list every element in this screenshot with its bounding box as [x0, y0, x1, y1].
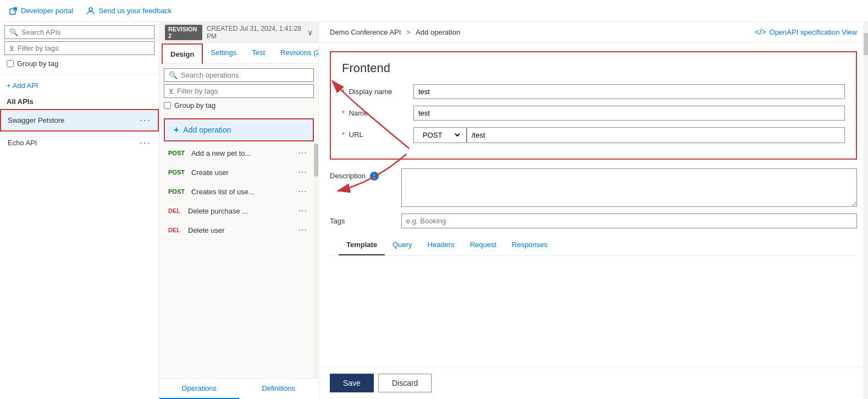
op-name: Create user	[191, 168, 298, 177]
all-apis-title: All APIs	[0, 94, 159, 109]
method-badge-del: DEL	[166, 226, 184, 234]
ops-search-area: 🔍 ⊻ Group by tag	[159, 64, 318, 116]
name-input[interactable]	[413, 106, 845, 121]
tab-settings[interactable]: Settings	[203, 43, 244, 63]
openapi-icon: </>	[755, 28, 766, 36]
user-feedback-icon	[86, 7, 95, 15]
method-badge-post: POST	[166, 168, 187, 176]
ops-list-scroll: POST Add a new pet to... ··· POST Create…	[159, 144, 318, 378]
search-apis-input[interactable]	[21, 28, 150, 36]
sidebar-divider	[0, 74, 159, 75]
url-method-dropdown[interactable]: POST GET PUT DELETE PATCH	[418, 130, 462, 140]
ops-filter-icon: ⊻	[169, 88, 174, 95]
developer-portal-link[interactable]: Developer portal	[9, 7, 73, 15]
feedback-label: Send us your feedback	[98, 7, 172, 15]
openapi-link[interactable]: </> OpenAPI specification View	[755, 28, 857, 36]
discard-button[interactable]: Discard	[378, 374, 432, 392]
sub-tabs: Template Query Headers Request Responses	[330, 235, 857, 256]
description-row: Description i	[330, 168, 857, 207]
url-path-input[interactable]	[467, 127, 845, 143]
sub-tab-responses[interactable]: Responses	[504, 235, 555, 255]
required-star: *	[342, 130, 345, 139]
breadcrumb-part2: Add operation	[416, 28, 460, 36]
add-operation-button[interactable]: + Add operation	[164, 118, 314, 141]
api-item-menu-dots[interactable]: ···	[140, 137, 151, 149]
ops-group-by-tag-row: Group by tag	[164, 100, 314, 112]
sub-tab-request[interactable]: Request	[462, 235, 504, 255]
add-operation-plus-icon: +	[174, 125, 179, 135]
breadcrumb-bar: Demo Conference API > Add operation </> …	[319, 22, 868, 42]
op-name: Creates list of use...	[191, 188, 298, 196]
required-star: *	[342, 109, 345, 117]
op-menu-dots[interactable]: ···	[298, 148, 307, 158]
tab-design[interactable]: Design	[162, 43, 203, 64]
tab-test[interactable]: Test	[244, 43, 273, 63]
ops-group-by-tag-label: Group by tag	[174, 101, 215, 110]
ops-search-box[interactable]: 🔍	[164, 68, 314, 82]
group-by-tag-label: Group by tag	[17, 59, 58, 68]
filter-tags-input[interactable]	[18, 44, 150, 52]
center-bottom-tabs: Operations Definitions	[159, 378, 318, 399]
description-info-icon[interactable]: i	[370, 172, 379, 181]
main-layout: 🔍 ⊻ Group by tag + Add API All APIs Swag…	[0, 22, 868, 399]
group-by-tag-checkbox[interactable]	[7, 60, 14, 67]
method-badge-del: DEL	[166, 207, 184, 215]
save-button[interactable]: Save	[330, 374, 374, 392]
display-name-row: * Display name	[342, 84, 845, 99]
method-badge-post: POST	[166, 188, 187, 195]
center-bottom-tab-definitions[interactable]: Definitions	[239, 379, 319, 399]
operation-item-create-user[interactable]: POST Create user ···	[159, 163, 314, 182]
scrollbar-track	[314, 144, 318, 378]
name-row: * Name	[342, 106, 845, 121]
operation-list: POST Add a new pet to... ··· POST Create…	[159, 144, 314, 378]
url-row: * URL POST GET PUT DELETE PATCH	[342, 127, 845, 143]
ops-search-input[interactable]	[181, 71, 309, 79]
developer-portal-label: Developer portal	[21, 7, 73, 15]
op-menu-dots[interactable]: ···	[298, 187, 307, 196]
description-textarea[interactable]	[401, 168, 857, 207]
sidebar: 🔍 ⊻ Group by tag + Add API All APIs Swag…	[0, 22, 159, 399]
revision-badge: REVISION 2	[165, 25, 202, 40]
sidebar-search-box[interactable]: 🔍	[4, 25, 154, 39]
top-bar: Developer portal Send us your feedback	[0, 0, 868, 22]
operation-item-creates-list[interactable]: POST Creates list of use... ···	[159, 182, 314, 201]
ops-search-icon: 🔍	[169, 71, 178, 79]
api-item-name: Swagger Petstore	[8, 116, 64, 124]
tags-row: Tags	[330, 214, 857, 228]
url-method-select-box[interactable]: POST GET PUT DELETE PATCH	[413, 127, 467, 143]
tags-input[interactable]	[401, 214, 857, 228]
operation-item-add-pet[interactable]: POST Add a new pet to... ···	[159, 144, 314, 163]
frontend-box: Frontend * Display name * Name	[330, 51, 857, 160]
description-label: Description i	[330, 168, 401, 181]
ops-filter-box[interactable]: ⊻	[164, 84, 314, 98]
scrollbar-thumb[interactable]	[314, 144, 318, 177]
operation-item-delete-user[interactable]: DEL Delete user ···	[159, 221, 314, 240]
api-item-echo-api[interactable]: Echo API ···	[0, 132, 159, 154]
sub-tab-template[interactable]: Template	[339, 235, 385, 255]
name-label: * Name	[342, 106, 413, 117]
op-menu-dots[interactable]: ···	[298, 167, 307, 177]
sub-tab-headers[interactable]: Headers	[420, 235, 462, 255]
center-bottom-tab-operations[interactable]: Operations	[159, 379, 239, 399]
api-item-swagger-petstore[interactable]: Swagger Petstore ···	[0, 109, 159, 132]
sub-tab-query[interactable]: Query	[385, 235, 419, 255]
ops-group-by-tag-checkbox[interactable]	[164, 102, 171, 109]
feedback-link[interactable]: Send us your feedback	[86, 7, 172, 15]
right-scrollbar-thumb[interactable]	[864, 33, 868, 55]
search-icon: 🔍	[9, 28, 18, 36]
external-link-icon	[9, 7, 18, 15]
op-menu-dots[interactable]: ···	[298, 225, 307, 235]
api-item-menu-dots[interactable]: ···	[140, 114, 151, 126]
operation-item-delete-purchase[interactable]: DEL Delete purchase ... ···	[159, 201, 314, 221]
add-api-button[interactable]: + Add API	[0, 77, 159, 94]
right-panel: Demo Conference API > Add operation </> …	[319, 22, 868, 399]
tab-revisions[interactable]: Revisions (2)	[273, 43, 319, 63]
op-menu-dots[interactable]: ···	[298, 206, 307, 216]
display-name-input[interactable]	[413, 84, 845, 99]
url-field-group: POST GET PUT DELETE PATCH	[413, 127, 845, 143]
center-panel: REVISION 2 CREATED Jul 31, 2024, 1:41:28…	[159, 22, 319, 399]
group-by-tag-row: Group by tag	[0, 57, 159, 72]
ops-filter-input[interactable]	[177, 87, 309, 95]
revision-chevron-icon[interactable]: ∨	[307, 28, 313, 37]
sidebar-filter-box[interactable]: ⊻	[4, 41, 154, 55]
